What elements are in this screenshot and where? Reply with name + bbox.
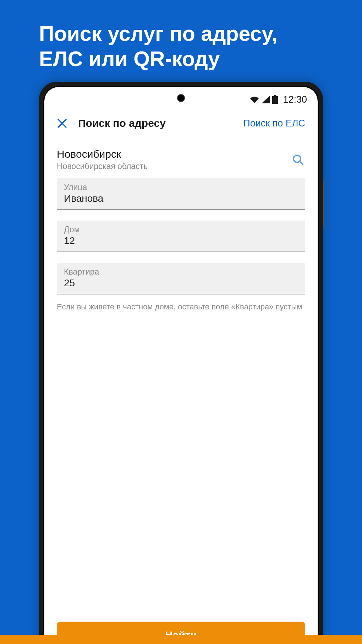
search-city-button[interactable] — [291, 153, 305, 167]
city-name: Новосибирск — [57, 148, 148, 160]
status-time: 12:30 — [283, 94, 307, 105]
apartment-value: 25 — [64, 277, 298, 289]
house-label: Дом — [64, 225, 298, 234]
svg-line-5 — [300, 162, 303, 164]
search-icon — [292, 154, 304, 166]
status-icons — [249, 95, 278, 104]
wifi-icon — [249, 96, 259, 103]
svg-rect-0 — [274, 95, 276, 96]
svg-rect-1 — [272, 96, 278, 104]
orange-bottom-bar — [0, 635, 362, 644]
city-info: Новосибирск Новосибирская область — [57, 148, 148, 171]
cellular-icon — [262, 96, 270, 103]
phone-screen: 12:30 Поиск по адресу Поиск по ЕЛС Новос… — [44, 87, 318, 644]
app-header: Поиск по адресу Поиск по ЕЛС — [44, 108, 318, 138]
phone-side-button — [323, 181, 324, 227]
close-icon — [57, 119, 67, 128]
close-button[interactable] — [57, 118, 67, 129]
promo-title: Поиск услуг по адресу, ЕЛС или QR-коду — [0, 0, 362, 86]
apartment-field[interactable]: Квартира 25 — [57, 263, 305, 294]
page-title: Поиск по адресу — [78, 117, 232, 129]
apartment-label: Квартира — [64, 267, 298, 277]
house-value: 12 — [64, 235, 298, 247]
street-field[interactable]: Улица Иванова — [57, 178, 305, 210]
house-field[interactable]: Дом 12 — [57, 221, 305, 252]
phone-inner-frame: 12:30 Поиск по адресу Поиск по ЕЛС Новос… — [43, 86, 319, 644]
apartment-hint: Если вы живете в частном доме, оставьте … — [57, 302, 305, 313]
phone-camera — [177, 94, 185, 102]
battery-icon — [272, 95, 278, 104]
form-fields: Улица Иванова Дом 12 Квартира 25 Если вы… — [44, 178, 318, 313]
city-region: Новосибирская область — [57, 162, 148, 171]
search-by-els-link[interactable]: Поиск по ЕЛС — [243, 118, 305, 129]
city-selector[interactable]: Новосибирск Новосибирская область — [44, 138, 318, 178]
street-label: Улица — [64, 183, 298, 192]
street-value: Иванова — [64, 193, 298, 204]
phone-frame: 12:30 Поиск по адресу Поиск по ЕЛС Новос… — [39, 82, 323, 644]
